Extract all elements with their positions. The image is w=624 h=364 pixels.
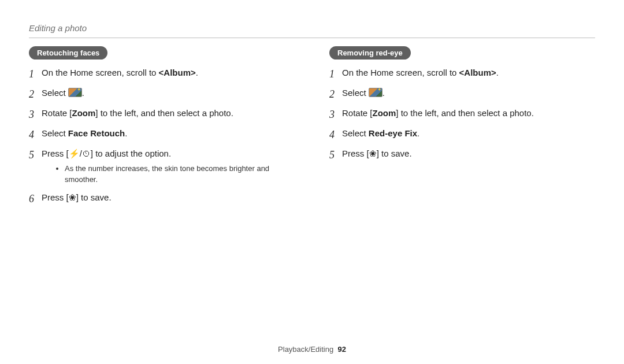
list-item: 5 Press [❀] to save. bbox=[329, 147, 595, 163]
step-number: 1 bbox=[329, 66, 342, 82]
header-divider bbox=[29, 38, 595, 38]
manual-page: Editing a photo Retouching faces 1 On th… bbox=[0, 0, 624, 364]
list-item: 4 Select Red-eye Fix. bbox=[329, 127, 595, 143]
list-item: 5 Press [⚡/⏲] to adjust the option. As t… bbox=[29, 147, 295, 187]
magic-wand-icon bbox=[369, 88, 382, 97]
step-number: 3 bbox=[29, 107, 42, 122]
macro-icon: ❀ bbox=[369, 148, 377, 158]
magic-wand-icon bbox=[68, 88, 82, 97]
list-item: 1 On the Home screen, scroll to <Album>. bbox=[329, 66, 595, 82]
step-text: Press [⚡/⏲] to adjust the option. As the… bbox=[42, 147, 295, 187]
step-text: On the Home screen, scroll to <Album>. bbox=[42, 66, 295, 80]
list-item: 2 Select . bbox=[329, 87, 595, 102]
timer-icon: ⏲ bbox=[82, 148, 91, 158]
step-number: 4 bbox=[29, 127, 42, 143]
step-sublist: As the number increases, the skin tone b… bbox=[65, 163, 295, 185]
macro-icon: ❀ bbox=[69, 192, 76, 202]
section-heading-redeye: Removing red-eye bbox=[329, 46, 411, 60]
step-number: 5 bbox=[29, 147, 42, 163]
list-item: 3 Rotate [Zoom] to the left, and then se… bbox=[29, 107, 295, 122]
step-text: Rotate [Zoom] to the left, and then sele… bbox=[42, 107, 295, 120]
steps-redeye: 1 On the Home screen, scroll to <Album>.… bbox=[329, 66, 595, 163]
step-number: 2 bbox=[29, 87, 42, 102]
list-item: 4 Select Face Retouch. bbox=[29, 127, 295, 143]
list-item: 3 Rotate [Zoom] to the left, and then se… bbox=[329, 107, 595, 122]
step-number: 1 bbox=[29, 66, 42, 82]
step-number: 6 bbox=[29, 191, 42, 207]
sub-item: As the number increases, the skin tone b… bbox=[65, 163, 295, 185]
footer-section: Playback/Editing bbox=[278, 345, 333, 354]
step-text: Press [❀] to save. bbox=[42, 191, 295, 205]
step-number: 3 bbox=[329, 107, 342, 122]
list-item: 2 Select . bbox=[29, 87, 295, 102]
step-number: 4 bbox=[329, 127, 342, 143]
step-text: On the Home screen, scroll to <Album>. bbox=[342, 66, 595, 80]
page-footer: Playback/Editing 92 bbox=[0, 345, 624, 354]
footer-page-number: 92 bbox=[337, 345, 346, 354]
list-item: 6 Press [❀] to save. bbox=[29, 191, 295, 207]
step-text: Select . bbox=[42, 87, 295, 100]
column-retouching-faces: Retouching faces 1 On the Home screen, s… bbox=[29, 46, 295, 211]
content-columns: Retouching faces 1 On the Home screen, s… bbox=[29, 46, 595, 211]
step-text: Select Red-eye Fix. bbox=[342, 127, 595, 140]
column-removing-red-eye: Removing red-eye 1 On the Home screen, s… bbox=[329, 46, 595, 211]
step-text: Select Face Retouch. bbox=[42, 127, 295, 140]
list-item: 1 On the Home screen, scroll to <Album>. bbox=[29, 66, 295, 82]
section-heading-retouching: Retouching faces bbox=[29, 46, 107, 60]
step-number: 2 bbox=[329, 87, 342, 102]
step-number: 5 bbox=[329, 147, 342, 163]
step-text: Rotate [Zoom] to the left, and then sele… bbox=[342, 107, 595, 120]
step-text: Press [❀] to save. bbox=[342, 147, 595, 161]
page-header: Editing a photo bbox=[29, 23, 595, 38]
steps-retouching: 1 On the Home screen, scroll to <Album>.… bbox=[29, 66, 295, 207]
flash-icon: ⚡ bbox=[69, 148, 80, 158]
step-text: Select . bbox=[342, 87, 595, 100]
